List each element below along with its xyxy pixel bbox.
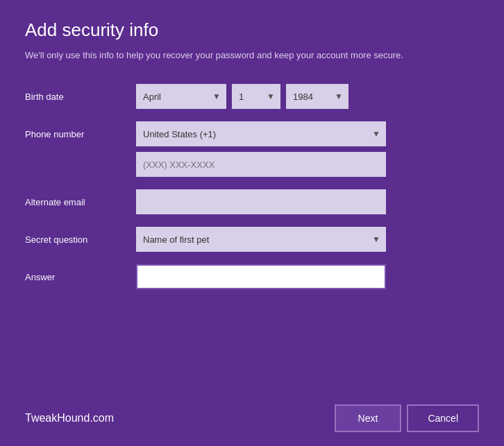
next-button[interactable]: Next <box>335 404 402 432</box>
branding-text: TweakHound.com <box>25 412 114 424</box>
cancel-button[interactable]: Cancel <box>407 404 479 432</box>
month-select-wrapper: January February March April May June Ju… <box>136 84 226 109</box>
year-select[interactable]: 1984 1983198519902000 <box>286 84 348 109</box>
phone-label: Phone number <box>25 129 136 139</box>
month-select[interactable]: January February March April May June Ju… <box>136 84 226 109</box>
alternate-email-label: Alternate email <box>25 197 136 207</box>
country-select-wrapper: United States (+1) United Kingdom (+44) … <box>136 121 386 146</box>
birth-date-label: Birth date <box>25 92 136 102</box>
year-select-wrapper: 1984 1983198519902000 ▼ <box>286 84 348 109</box>
alternate-email-controls <box>136 189 479 214</box>
question-select-wrapper: Name of first pet Name of childhood best… <box>136 227 386 252</box>
phone-country-controls: United States (+1) United Kingdom (+44) … <box>136 121 479 146</box>
answer-input[interactable] <box>136 264 386 289</box>
secret-question-label: Secret question <box>25 234 136 245</box>
country-select[interactable]: United States (+1) United Kingdom (+44) … <box>136 121 386 146</box>
answer-label: Answer <box>25 272 136 282</box>
page-title: Add security info <box>25 19 479 41</box>
security-form: Birth date January February March April … <box>25 84 479 396</box>
birth-date-row: Birth date January February March April … <box>25 84 479 109</box>
footer-buttons: Next Cancel <box>335 404 479 432</box>
footer: TweakHound.com Next Cancel <box>25 396 479 432</box>
alternate-email-row: Alternate email <box>25 189 479 214</box>
day-select-wrapper: 1 2345 6789 10111213 14151617 18192021 2… <box>232 84 280 109</box>
email-input[interactable] <box>136 189 386 214</box>
answer-controls <box>136 264 479 289</box>
page-subtitle: We'll only use this info to help you rec… <box>25 49 479 62</box>
birth-date-controls: January February March April May June Ju… <box>136 84 479 109</box>
day-select[interactable]: 1 2345 6789 10111213 14151617 18192021 2… <box>232 84 280 109</box>
question-controls: Name of first pet Name of childhood best… <box>136 227 479 252</box>
phone-input-row <box>136 152 479 177</box>
phone-input[interactable] <box>136 152 386 177</box>
answer-row: Answer <box>25 264 479 289</box>
question-select[interactable]: Name of first pet Name of childhood best… <box>136 227 386 252</box>
phone-number-row: Phone number United States (+1) United K… <box>25 121 479 146</box>
secret-question-row: Secret question Name of first pet Name o… <box>25 227 479 252</box>
